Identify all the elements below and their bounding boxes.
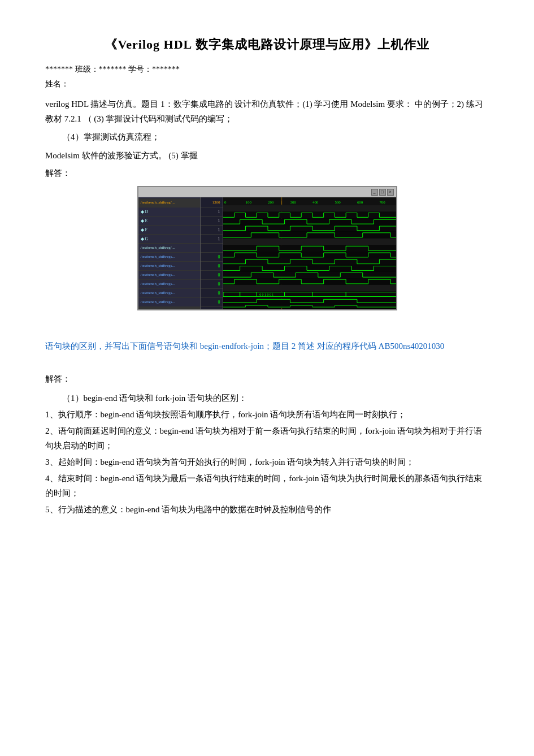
val-header: 1300 (201, 198, 223, 208)
intro-text2: （4）掌握测试仿真流程； (45, 129, 489, 144)
intro-text3: Modelsim 软件的波形验证方式。 (5) 掌握 (45, 148, 489, 163)
answer1-label: （1）begin-end 语句块和 fork-join 语句块的区别： (45, 391, 489, 406)
minimize-btn[interactable]: _ (371, 189, 378, 196)
answer4: 3、起始时间：begin-end 语句块为首句开始执行的时间，fork-join… (45, 455, 489, 470)
svg-text:600: 600 (357, 200, 363, 204)
sidebar-item-s6: /testbench_shiftregs... (138, 289, 200, 298)
sidebar-item-s7: /testbench_shiftregs... (138, 298, 200, 307)
svg-text:100: 100 (245, 200, 251, 204)
svg-text:400: 400 (312, 200, 318, 204)
val-s5: 0 (201, 280, 223, 289)
val-f1: 1 (201, 226, 223, 235)
sidebar-item-s3: /testbench_shiftregs... (138, 262, 200, 271)
svg-rect-41 (223, 299, 396, 305)
intro-text1: verilog HDL 描述与仿真。题目 1：数字集成电路的 设计和仿真软件；(… (45, 97, 489, 127)
answer-section: （1）begin-end 语句块和 fork-join 语句块的区别： 1、执行… (45, 391, 489, 517)
svg-text:700: 700 (379, 200, 385, 204)
svg-text:0 0 1 0 0 1: 0 0 1 0 0 1 (259, 293, 273, 297)
val-s7: 0 (201, 298, 223, 307)
intro-answer-label: 解答： (45, 166, 489, 181)
svg-rect-24 (223, 292, 396, 299)
svg-rect-23 (223, 285, 396, 292)
sidebar-group2: /testbench_shiftbas... (138, 307, 200, 309)
answer5: 4、结束时间：begin-end 语句块为最后一条语句执行结束的时间，fork-… (45, 471, 489, 501)
waveform-graph: 0 100 200 300 400 500 600 700 (223, 197, 396, 309)
close-btn[interactable]: × (387, 189, 394, 196)
sidebar-item-e1: ◆ E (138, 217, 200, 226)
waveform-values: 1300 1 1 1 1 0 0 0 0 0 0 0000 1000 9d0 (201, 197, 223, 309)
val-d1: 1 (201, 208, 223, 217)
waveform-sidebar: /testbench_shiftreg/... ◆ D ◆ E ◆ F ◆ G … (138, 197, 201, 309)
val-s6: 0 (201, 289, 223, 298)
waveform-titlebar: _ □ × (138, 187, 396, 197)
svg-text:300: 300 (290, 200, 296, 204)
sidebar-item-s1: /testbench_shiftreg/... (138, 244, 200, 253)
svg-rect-16 (223, 239, 396, 245)
svg-text:500: 500 (335, 200, 341, 204)
page-title: 《Verilog HDL 数字集成电路设计原理与应用》上机作业 (45, 34, 489, 55)
meta-line2: 姓名： (45, 77, 489, 91)
val-e1: 1 (201, 217, 223, 226)
answer3: 2、语句前面延迟时间的意义：begin-end 语句块为相对于前一条语句执行结束… (45, 424, 489, 453)
val-s3: 0 (201, 262, 223, 271)
answer2: 1、执行顺序：begin-end 语句块按照语句顺序执行，fork-join 语… (45, 407, 489, 422)
val-s4: 0 (201, 271, 223, 280)
val-group2: 0000 (201, 307, 223, 310)
answer-label: 解答： (45, 372, 489, 387)
sidebar-item-s2: /testbench_shiftregs... (138, 253, 200, 262)
svg-text:0: 0 (224, 200, 226, 204)
blue-section: 语句块的区别，并写出下面信号语句块和 begin-endfork-join；题目… (45, 339, 489, 353)
answer6: 5、行为描述的意义：begin-end 语句块为电路中的数据在时钟及控制信号的作 (45, 502, 489, 517)
svg-rect-11 (223, 205, 396, 212)
maximize-btn[interactable]: □ (379, 189, 386, 196)
sidebar-item-d1: ◆ D (138, 208, 200, 217)
val-s1 (201, 244, 223, 253)
svg-text:200: 200 (267, 200, 273, 204)
sidebar-group1: /testbench_shiftreg/... (138, 198, 200, 208)
svg-text:|: | (280, 201, 281, 204)
meta-line1: ******* 班级：******* 学号：******* (45, 63, 489, 76)
sidebar-item-g1: ◆ G (138, 235, 200, 244)
sidebar-item-s5: /testbench_shiftregs... (138, 280, 200, 289)
sidebar-item-s4: /testbench_shiftregs... (138, 271, 200, 280)
val-g1: 1 (201, 235, 223, 244)
val-s2: 0 (201, 253, 223, 262)
waveform-container: _ □ × /testbench_shiftreg/... ◆ D ◆ E ◆ … (137, 186, 397, 310)
sidebar-item-f1: ◆ F (138, 226, 200, 235)
